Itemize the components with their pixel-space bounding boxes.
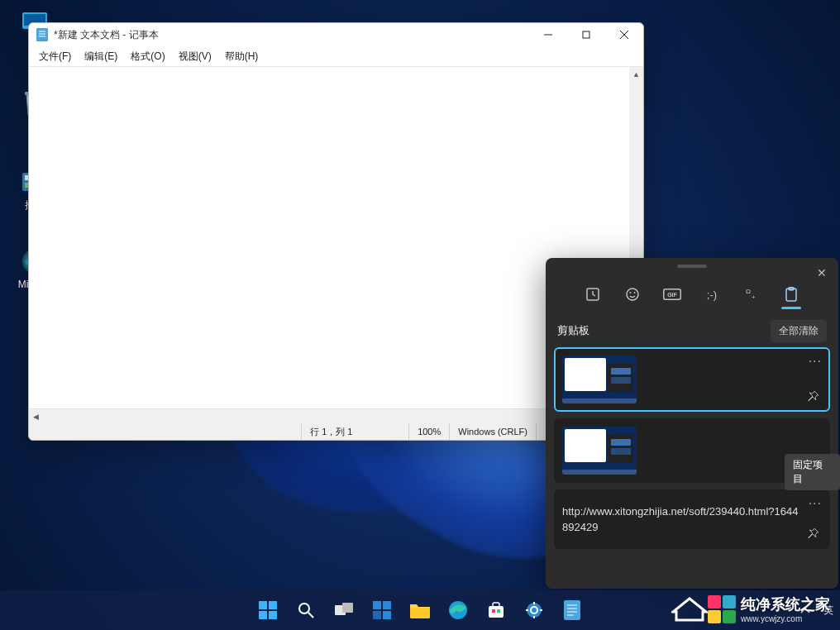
item-pin-button[interactable] [804,524,822,542]
svg-rect-41 [410,608,430,618]
window-title: *新建 文本文档 - 记事本 [54,28,529,42]
svg-text:GIF: GIF [667,292,677,298]
svg-point-21 [630,292,632,294]
widgets-icon [372,600,392,620]
clipboard-list: ··· http://www.xitongzhijia.net/soft/239… [546,347,838,589]
taskbar: 英 [0,590,840,630]
panel-tabs: GIF ;-) Ω+ [546,274,838,314]
notepad-icon [562,600,582,620]
svg-text:+: + [752,294,756,301]
titlebar[interactable]: *新建 文本文档 - 记事本 [29,23,643,46]
svg-rect-40 [383,611,391,619]
svg-rect-44 [492,609,495,613]
gif-icon: GIF [663,289,681,300]
menu-edit[interactable]: 编辑(E) [78,48,124,65]
svg-point-20 [627,289,638,300]
scroll-up-arrow-icon[interactable]: ▲ [629,67,643,81]
tab-clipboard[interactable] [779,278,804,311]
clipboard-item[interactable]: ··· [554,347,830,412]
svg-text:Ω: Ω [746,288,751,295]
panel-grip[interactable]: ✕ [546,258,838,274]
search-icon [296,600,316,620]
kaomoji-icon: ;-) [707,289,717,301]
svg-rect-43 [489,606,504,618]
widgets-button[interactable] [365,594,399,627]
scroll-left-arrow-icon[interactable]: ◀ [29,409,43,423]
ime-language[interactable]: 英 [823,604,833,618]
clipboard-panel: ✕ GIF ;-) Ω+ 剪贴板 全部清除 ··· [546,258,838,589]
store-icon [486,600,506,620]
menubar: 文件(F) 编辑(E) 格式(O) 视图(V) 帮助(H) [29,46,643,66]
menu-format[interactable]: 格式(O) [124,48,171,65]
svg-rect-39 [373,611,381,619]
edge-icon [448,600,468,620]
tab-kaomoji[interactable]: ;-) [699,278,724,311]
clipboard-thumbnail [562,356,637,403]
gear-icon [524,600,544,620]
clipboard-item[interactable] [554,418,830,483]
menu-view[interactable]: 视图(V) [172,48,218,65]
clipboard-thumbnail [562,427,637,475]
task-view-button[interactable] [327,594,360,627]
svg-point-46 [527,603,542,618]
tab-symbols[interactable]: Ω+ [739,278,764,311]
taskbar-tray: 英 [795,604,840,618]
clipboard-title: 剪贴板 [557,323,589,338]
maximize-button[interactable] [567,23,605,46]
settings-button[interactable] [518,594,551,627]
status-zoom: 100% [408,423,449,440]
panel-close-button[interactable]: ✕ [810,263,833,283]
svg-rect-37 [373,601,381,609]
clipboard-icon [785,287,798,302]
folder-icon [410,600,430,620]
svg-point-33 [299,604,309,613]
edge-button[interactable] [441,594,475,627]
item-more-button[interactable]: ··· [809,354,822,369]
menu-help[interactable]: 帮助(H) [218,48,265,65]
explorer-button[interactable] [403,594,437,627]
start-button[interactable] [251,594,284,627]
tab-gif[interactable]: GIF [660,278,685,311]
item-more-button[interactable]: ··· [809,496,822,511]
clipboard-text: http://www.xitongzhijia.net/soft/239440.… [562,504,822,536]
clipboard-item[interactable]: http://www.xitongzhijia.net/soft/239440.… [554,489,830,549]
pin-icon [808,528,819,539]
taskbar-center [251,594,589,627]
svg-rect-11 [36,28,48,41]
clipboard-header: 剪贴板 全部清除 [546,314,838,347]
svg-rect-32 [269,611,277,619]
notepad-taskbar-button[interactable] [556,594,589,627]
tab-recent[interactable] [580,278,605,311]
chevron-up-icon [800,607,810,613]
svg-point-22 [634,292,636,294]
svg-rect-45 [497,609,500,613]
item-pin-button[interactable] [804,387,822,405]
menu-file[interactable]: 文件(F) [32,48,78,65]
window-controls [529,23,643,46]
recent-icon [585,287,600,302]
notepad-icon [36,28,49,41]
tray-overflow-button[interactable] [795,604,815,617]
svg-rect-31 [259,611,267,619]
symbols-icon: Ω+ [744,287,759,302]
pin-icon [808,462,819,473]
emoji-icon [625,287,640,302]
svg-rect-38 [383,601,391,609]
svg-rect-36 [342,603,353,613]
item-pin-button[interactable] [804,458,822,476]
status-eol: Windows (CRLF) [449,423,536,440]
status-position: 行 1，列 1 [301,423,408,440]
tab-emoji[interactable] [620,278,645,311]
svg-rect-16 [583,31,589,38]
search-button[interactable] [289,594,322,627]
svg-rect-52 [564,600,580,620]
close-button[interactable] [605,23,643,46]
clear-all-button[interactable]: 全部清除 [771,320,827,342]
svg-line-34 [308,613,313,618]
store-button[interactable] [480,594,513,627]
svg-rect-29 [259,601,267,609]
minimize-button[interactable] [529,23,567,46]
pin-icon [808,391,819,402]
windows-logo-icon [258,600,278,620]
svg-rect-30 [269,601,277,609]
